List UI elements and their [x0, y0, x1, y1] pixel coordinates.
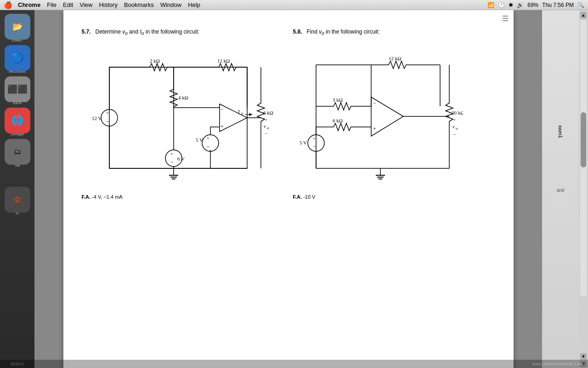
menu-view[interactable]: View	[79, 1, 92, 8]
menu-history[interactable]: History	[99, 1, 117, 8]
menu-edit[interactable]: Edit	[63, 1, 73, 8]
exam-label: xam1	[558, 125, 563, 138]
menu-chrome[interactable]: Chrome	[18, 1, 40, 8]
menu-bookmarks[interactable]: Bookmarks	[124, 1, 154, 8]
svg-text:−: −	[106, 118, 109, 125]
scroll-down-arrow-1[interactable]: ▼	[580, 353, 587, 360]
menu-file[interactable]: File	[47, 1, 57, 8]
sidebar-entry-in[interactable]: 💼 in	[0, 187, 34, 215]
svg-text:+: +	[207, 136, 209, 141]
svg-text:+: +	[265, 117, 267, 122]
sidebar-entry-sync[interactable]: ⬛⬛ Sync	[0, 76, 34, 105]
clock-icon: 🕐	[498, 2, 505, 8]
svg-text:3 kΩ: 3 kΩ	[333, 97, 343, 103]
svg-text:6 kΩ: 6 kΩ	[333, 118, 343, 123]
problem-58-title: 5.8. Find vo in the following circuit:	[293, 29, 495, 36]
svg-text:+: +	[220, 123, 224, 130]
svg-text:2 kΩ: 2 kΩ	[150, 58, 160, 63]
svg-text:o: o	[241, 111, 243, 115]
svg-text:+: +	[106, 110, 109, 115]
svg-text:−: −	[207, 144, 210, 150]
svg-text:+: +	[170, 151, 173, 156]
wifi-icon: 📶	[487, 2, 494, 8]
svg-text:4 kΩ: 4 kΩ	[178, 95, 188, 100]
svg-text:6 V: 6 V	[177, 156, 185, 161]
apple-menu[interactable]: 🍎	[4, 1, 12, 9]
problem-58-answer: F.A. -10 V	[293, 194, 495, 200]
svg-text:12 V: 12 V	[92, 115, 102, 121]
svg-text:−: −	[220, 106, 224, 112]
svg-text:20 kΩ: 20 kΩ	[452, 110, 463, 115]
svg-text:I: I	[237, 109, 240, 114]
svg-text:−: −	[170, 159, 174, 165]
right-panel: xam1 and	[542, 10, 579, 368]
menu-window[interactable]: Window	[160, 1, 181, 8]
svg-text:−: −	[453, 132, 456, 137]
battery-status: 69%	[527, 2, 538, 8]
svg-text:o: o	[456, 126, 458, 131]
scroll-track	[580, 20, 587, 296]
svg-text:12 kΩ: 12 kΩ	[217, 58, 230, 63]
datetime-display: Thu 7:56 PM	[542, 2, 574, 8]
svg-text:5 V: 5 V	[196, 137, 203, 143]
pdf-menu-icon[interactable]	[501, 14, 510, 23]
and-label: and	[557, 188, 565, 193]
sidebar-entry-exerc[interactable]: 📂 Exerc	[0, 14, 34, 42]
sidebar-entry-microsoft[interactable]: 🔵 Microsoft	[0, 45, 34, 74]
circuit-57-svg: 2 kΩ 12 kΩ 4 kΩ	[82, 40, 275, 187]
svg-text:−: −	[265, 131, 267, 136]
bottom-bar: WALLPAPERSWIDE.COM	[0, 360, 588, 368]
svg-text:+: +	[313, 136, 316, 141]
problem-57-title: 5.7. Determine vo and Io in the followin…	[82, 29, 284, 36]
scroll-thumb[interactable]	[581, 112, 586, 167]
problems-container: 5.7. Determine vo and Io in the followin…	[82, 29, 495, 200]
problem-58: 5.8. Find vo in the following circuit:	[293, 29, 495, 200]
scroll-up-arrow[interactable]: ▲	[580, 12, 587, 18]
sidebar-entry-google[interactable]: 🌐 Google	[0, 108, 34, 136]
bluetooth-icon: ✱	[509, 2, 513, 8]
problem-57: 5.7. Determine vo and Io in the followin…	[82, 29, 284, 200]
svg-text:v: v	[452, 124, 455, 129]
svg-marker-29	[220, 104, 247, 132]
menubar-status-area: 📶 🕐 ✱ 🔊 69% Thu 7:56 PM 🔍	[487, 2, 584, 8]
svg-text:12 kΩ: 12 kΩ	[389, 56, 401, 61]
sidebar-left: 📂 Exerc 🔵 Microsoft ⬛⬛ Sync 🌐 Google 🗂 S…	[0, 10, 34, 368]
menu-help[interactable]: Help	[188, 1, 200, 8]
svg-text:o: o	[267, 126, 269, 130]
search-icon[interactable]: 🔍	[577, 2, 584, 8]
svg-text:5 V: 5 V	[300, 140, 307, 145]
menu-bar: 🍎 Chrome File Edit View History Bookmark…	[0, 0, 588, 10]
svg-point-24	[202, 135, 219, 151]
circuit-58-svg: 12 kΩ 3 kΩ 6 kΩ − +	[293, 40, 463, 187]
pdf-page: 5.7. Determine vo and Io in the followin…	[63, 10, 514, 368]
watermark-text: WALLPAPERSWIDE.COM	[532, 362, 584, 366]
scrollbar: ▲ ▼ ▼	[579, 10, 588, 368]
svg-text:−: −	[373, 100, 376, 106]
svg-text:−: −	[313, 143, 316, 150]
svg-text:+: +	[373, 126, 376, 132]
problem-57-answer: F.A. -4 V, −1.4 mA	[82, 194, 284, 200]
svg-text:v: v	[264, 123, 266, 129]
main-area: 📂 Exerc 🔵 Microsoft ⬛⬛ Sync 🌐 Google 🗂 S…	[0, 10, 588, 368]
sidebar-entry-sa[interactable]: 🗂 Sa	[0, 139, 34, 167]
svg-text:6 kΩ: 6 kΩ	[263, 110, 273, 115]
svg-text:+: +	[453, 117, 456, 122]
volume-icon: 🔊	[517, 2, 524, 8]
pdf-viewer: 5.7. Determine vo and Io in the followin…	[34, 10, 542, 368]
